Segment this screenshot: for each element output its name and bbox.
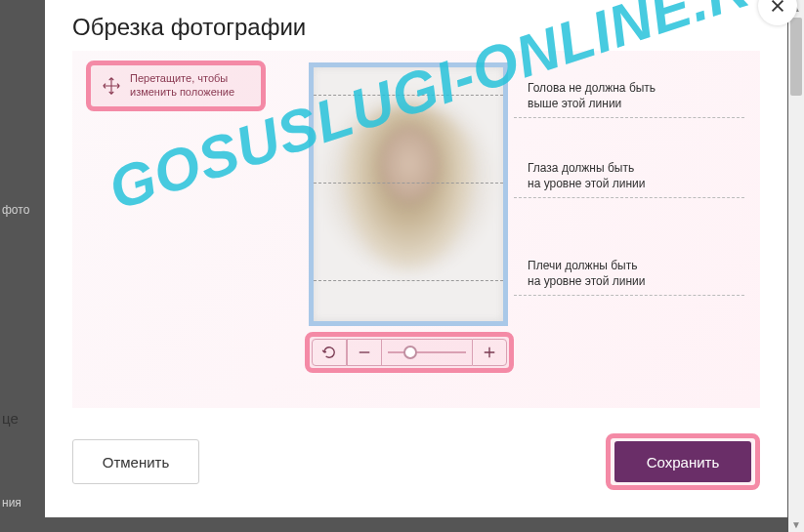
close-icon bbox=[769, 0, 786, 15]
drag-hint-callout: Перетащите, чтобы изменить положение bbox=[86, 61, 266, 111]
bg-fragment: це bbox=[2, 410, 19, 427]
hint-eyes: Глаза должны быть на уровне этой линии bbox=[528, 160, 646, 191]
hint-divider bbox=[514, 197, 744, 198]
rotate-button[interactable] bbox=[312, 339, 347, 366]
zoom-out-button[interactable] bbox=[347, 339, 382, 366]
cancel-button[interactable]: Отменить bbox=[72, 439, 199, 484]
scrollbar[interactable]: ▲ ▼ bbox=[788, 0, 804, 532]
crop-photo-modal: Обрезка фотографии Перетащите, чтобы изм… bbox=[45, 0, 787, 517]
modal-footer: Отменить Сохранить bbox=[72, 433, 760, 490]
minus-icon bbox=[356, 344, 373, 361]
zoom-slider-thumb[interactable] bbox=[403, 346, 417, 359]
hint-divider bbox=[514, 295, 744, 296]
zoom-slider[interactable] bbox=[382, 339, 472, 366]
guide-line-head bbox=[314, 95, 503, 96]
guide-line-shoulders bbox=[314, 280, 503, 281]
scroll-down-icon[interactable]: ▼ bbox=[788, 516, 804, 532]
scroll-thumb[interactable] bbox=[790, 18, 802, 96]
move-icon bbox=[101, 75, 122, 97]
zoom-controls bbox=[305, 332, 514, 373]
save-button[interactable]: Сохранить bbox=[614, 441, 751, 482]
photo-crop-frame[interactable] bbox=[309, 62, 508, 326]
plus-icon bbox=[481, 344, 498, 361]
guide-line-eyes bbox=[314, 183, 503, 184]
crop-work-area: Перетащите, чтобы изменить положение Гол… bbox=[72, 51, 760, 408]
hint-shoulders: Плечи должны быть на уровне этой линии bbox=[528, 258, 646, 289]
save-button-highlight: Сохранить bbox=[606, 433, 760, 490]
hint-head: Голова не должна быть выше этой линии bbox=[528, 80, 656, 111]
bg-fragment: фото bbox=[2, 203, 29, 217]
bg-fragment: ния bbox=[2, 496, 21, 510]
zoom-in-button[interactable] bbox=[472, 339, 507, 366]
undo-rotate-icon bbox=[320, 344, 338, 361]
drag-hint-text: Перетащите, чтобы изменить положение bbox=[130, 72, 251, 100]
modal-title: Обрезка фотографии bbox=[72, 14, 306, 41]
hint-divider bbox=[514, 117, 744, 118]
